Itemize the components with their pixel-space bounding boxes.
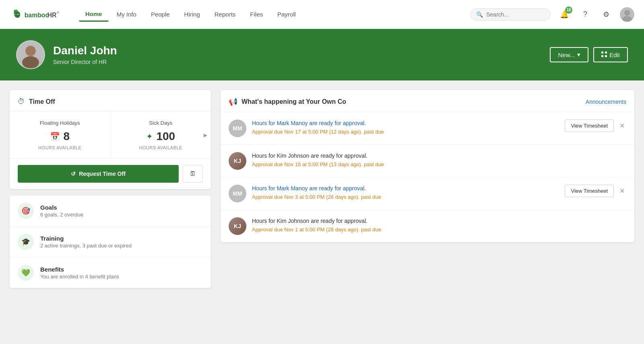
nav-my-info[interactable]: My Info (110, 8, 143, 21)
settings-button[interactable]: ⚙ (599, 7, 613, 22)
notification-count: 18 (565, 6, 572, 14)
nav-hiring[interactable]: Hiring (178, 8, 206, 21)
notif-avatar-mm-3: MM (229, 185, 246, 202)
notification-3: MM Hours for Mark Manoy are ready for ap… (221, 177, 634, 210)
calendar-icon: 📅 (50, 132, 60, 141)
goals-title: Goals (40, 204, 83, 211)
training-row[interactable]: 🎓 Training 2 active trainings, 3 past du… (10, 227, 211, 257)
benefits-icon: 💚 (18, 265, 34, 281)
nav-people[interactable]: People (144, 8, 176, 21)
svg-text:bamboo: bamboo (25, 11, 49, 18)
edit-button[interactable]: Edit (593, 47, 628, 62)
training-subtitle: 2 active trainings, 3 past due or expire… (40, 243, 132, 249)
search-icon: 🔍 (476, 11, 483, 18)
goals-subtitle: 6 goals, 2 overdue (40, 212, 83, 218)
notif-body-2: Hours for Kim Johnson are ready for appr… (252, 152, 626, 167)
notif-sub-3: Approval due Nov 3 at 5:00 PM (26 days a… (252, 194, 559, 200)
dismiss-button-1[interactable]: ✕ (618, 120, 626, 131)
svg-rect-12 (605, 55, 607, 57)
notif-avatar-kj-2: KJ (229, 152, 246, 170)
goals-row[interactable]: 🎯 Goals 6 goals, 2 overdue (10, 196, 211, 227)
view-timesheet-button-3[interactable]: View Timesheet (565, 185, 614, 197)
sick-days-number: 100 (156, 130, 175, 143)
benefits-text: Benefits You are enrolled in 4 benefit p… (40, 266, 119, 280)
notif-title-2: Hours for Kim Johnson are ready for appr… (252, 152, 626, 160)
time-off-header: ⏱ Time Off (10, 90, 211, 112)
request-time-off-button[interactable]: ↺ Request Time Off (18, 165, 179, 183)
quick-links-card: 🎯 Goals 6 goals, 2 overdue 🎓 Training 2 … (10, 196, 211, 288)
notif-sub-1: Approval due Nov 17 at 5:00 PM (12 days … (252, 129, 559, 135)
view-timesheet-button-1[interactable]: View Timesheet (565, 119, 614, 132)
notification-1: MM Hours for Mark Manoy are ready for ap… (221, 112, 634, 145)
user-avatar-nav[interactable] (620, 7, 634, 22)
benefits-row[interactable]: 💚 Benefits You are enrolled in 4 benefit… (10, 257, 211, 288)
sick-days-label: Sick Days (119, 120, 203, 126)
question-icon: ? (583, 10, 587, 19)
notif-avatar-mm-1: MM (229, 119, 246, 137)
whats-happening-header: 📢 What's happening at Your Own Co Announ… (221, 90, 634, 112)
time-off-title: Time Off (29, 98, 55, 105)
notif-title-3[interactable]: Hours for Mark Manoy are ready for appro… (252, 185, 559, 193)
right-column: 📢 What's happening at Your Own Co Announ… (221, 90, 634, 288)
dismiss-button-3[interactable]: ✕ (618, 185, 626, 196)
time-off-actions: ↺ Request Time Off 🗓 (10, 159, 211, 189)
notification-4: KJ Hours for Kim Johnson are ready for a… (221, 210, 634, 242)
help-button[interactable]: ? (578, 7, 592, 22)
svg-text:®: ® (57, 10, 59, 14)
training-text: Training 2 active trainings, 3 past due … (40, 235, 132, 249)
search-box[interactable]: 🔍 (470, 8, 551, 21)
logo[interactable]: bamboo HR ® (10, 6, 66, 23)
time-off-card: ⏱ Time Off Floating Holidays 📅 8 HOURS A… (10, 90, 211, 189)
calculator-icon: 🗓 (190, 170, 196, 177)
floating-holidays-item[interactable]: Floating Holidays 📅 8 HOURS AVAILABLE (10, 112, 110, 158)
svg-rect-10 (605, 51, 607, 54)
goals-text: Goals 6 goals, 2 overdue (40, 204, 83, 218)
goals-icon: 🎯 (18, 203, 34, 219)
top-nav: bamboo HR ® Home My Info People Hiring R… (0, 0, 644, 29)
hero-avatar[interactable] (16, 40, 45, 69)
notif-actions-3: View Timesheet ✕ (565, 185, 626, 197)
svg-point-8 (22, 56, 39, 68)
search-input[interactable] (486, 11, 545, 18)
new-button-label: New... (558, 51, 575, 58)
nav-home[interactable]: Home (79, 7, 109, 22)
edit-button-label: Edit (609, 51, 620, 58)
svg-point-3 (624, 10, 630, 16)
hero-user-title: Senior Director of HR (53, 59, 117, 65)
nav-files[interactable]: Files (244, 8, 269, 21)
sick-days-value-row: ✦ 100 (119, 130, 203, 143)
sick-days-item[interactable]: Sick Days ✦ 100 HOURS AVAILABLE (110, 112, 211, 158)
left-column: ⏱ Time Off Floating Holidays 📅 8 HOURS A… (10, 90, 211, 288)
nav-right: 🔍 🔔 18 ? ⚙ (470, 7, 634, 22)
main-content: ⏱ Time Off Floating Holidays 📅 8 HOURS A… (0, 80, 644, 298)
floating-holidays-sub: HOURS AVAILABLE (18, 145, 102, 150)
nav-payroll[interactable]: Payroll (271, 8, 302, 21)
hero-text: Daniel John Senior Director of HR (53, 44, 117, 65)
floating-holidays-label: Floating Holidays (18, 120, 102, 126)
chevron-down-icon: ▾ (577, 51, 580, 58)
hero-banner: Daniel John Senior Director of HR New...… (0, 29, 644, 80)
megaphone-icon: 📢 (229, 97, 237, 106)
gear-icon: ⚙ (603, 10, 609, 19)
notifications-button[interactable]: 🔔 18 (557, 7, 572, 22)
svg-point-4 (622, 16, 632, 22)
sick-icon: ✦ (146, 132, 153, 141)
time-off-next-arrow[interactable]: ▶ (200, 130, 211, 141)
hero-user-info: Daniel John Senior Director of HR (16, 40, 117, 69)
notification-2: KJ Hours for Kim Johnson are ready for a… (221, 145, 634, 177)
notif-title-4: Hours for Kim Johnson are ready for appr… (252, 217, 626, 225)
whats-happening-card: 📢 What's happening at Your Own Co Announ… (221, 90, 634, 242)
nav-reports[interactable]: Reports (208, 8, 242, 21)
whats-happening-header-left: 📢 What's happening at Your Own Co (229, 97, 346, 106)
hero-user-name: Daniel John (53, 44, 117, 57)
notif-body-4: Hours for Kim Johnson are ready for appr… (252, 217, 626, 233)
grid-edit-icon (601, 51, 607, 58)
new-button[interactable]: New... ▾ (550, 47, 588, 62)
notif-title-1[interactable]: Hours for Mark Manoy are ready for appro… (252, 119, 559, 128)
svg-text:HR: HR (47, 11, 57, 18)
calculator-button[interactable]: 🗓 (183, 165, 203, 183)
hero-actions: New... ▾ Edit (550, 47, 628, 62)
notif-actions-1: View Timesheet ✕ (565, 119, 626, 132)
announcements-link[interactable]: Announcements (586, 99, 626, 105)
benefits-title: Benefits (40, 266, 119, 273)
